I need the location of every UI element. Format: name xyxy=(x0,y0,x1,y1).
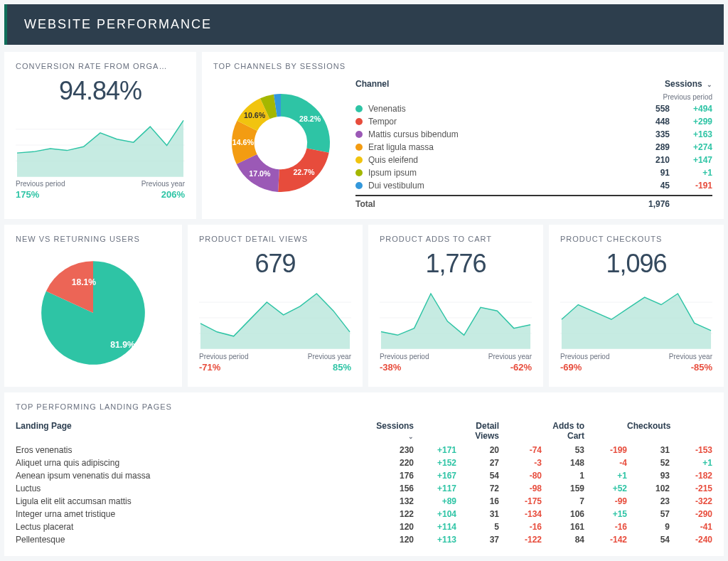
landing-page-row[interactable]: Eros venenatis230+17120-7453-19931-153 xyxy=(16,444,712,456)
previous-year-value: -62% xyxy=(488,362,532,373)
metric-value: 1,096 xyxy=(560,249,712,279)
col-sessions-sort[interactable]: Sessions ⌄ xyxy=(665,79,712,89)
channel-row[interactable]: Mattis cursus bibendum335+163 xyxy=(355,128,712,141)
channel-sessions: 335 xyxy=(627,129,670,139)
channel-name: Erat ligula massa xyxy=(368,142,627,152)
channel-delta: +274 xyxy=(670,142,712,152)
previous-period-value: -71% xyxy=(199,362,248,373)
landing-page-row[interactable]: Aenean ipsum venenatis dui massa176+1675… xyxy=(16,469,712,482)
chevron-down-icon: ⌄ xyxy=(408,433,414,440)
landing-page-row[interactable]: Luctus156+11772-98159+52102-215 xyxy=(16,482,712,495)
adds-value: 53 xyxy=(542,445,584,455)
total-label: Total xyxy=(355,199,627,209)
channel-row[interactable]: Tempor448+299 xyxy=(355,115,712,128)
landing-page-row[interactable]: Lectus placerat120+1145-16161-169-41 xyxy=(16,520,712,533)
channel-name: Quis eleifend xyxy=(368,155,627,165)
col-landing-page[interactable]: Landing Page xyxy=(16,421,371,441)
channels-donut-chart: 28.2%22.7%17.0%14.6%10.6% xyxy=(213,76,348,209)
views-value: 72 xyxy=(456,483,499,493)
previous-year-block: Previous year 206% xyxy=(141,180,185,200)
views-value: 5 xyxy=(456,522,499,532)
landing-page-name: Luctus xyxy=(16,483,371,493)
conversion-value: 94.84% xyxy=(16,76,185,106)
views-delta: -175 xyxy=(499,496,542,506)
metric-sparkline xyxy=(560,286,712,350)
checkouts-value: 52 xyxy=(627,458,670,468)
checkouts-value: 102 xyxy=(627,483,670,493)
legend-dot xyxy=(355,169,363,176)
card-title: PRODUCT ADDS TO CART xyxy=(380,235,532,243)
card-top-channels: TOP CHANNELS BY SESSIONS 28.2%22.7%17.0%… xyxy=(202,52,724,219)
sessions-value: 132 xyxy=(371,496,414,506)
channel-row[interactable]: Dui vestibulum45-191 xyxy=(355,179,712,192)
channel-sessions: 91 xyxy=(627,168,670,178)
card-new-vs-returning: NEW VS RETURNING USERS 18.1%81.9% xyxy=(4,225,182,387)
checkouts-value: 9 xyxy=(627,522,670,532)
adds-delta: +15 xyxy=(584,509,627,519)
landing-page-name: Aliquet urna quis adipiscing xyxy=(16,458,371,468)
col-adds-to-cart[interactable]: Adds to Cart xyxy=(542,421,584,441)
views-delta: -134 xyxy=(499,509,542,519)
channel-delta: +494 xyxy=(670,104,712,114)
previous-period-block: Previous period-69% xyxy=(560,353,609,373)
col-sessions-label: Sessions xyxy=(665,79,702,89)
adds-delta: -99 xyxy=(584,496,627,506)
svg-text:18.1%: 18.1% xyxy=(72,277,97,287)
channels-table: Channel Sessions ⌄ Previous period Venen… xyxy=(355,76,712,209)
col-sessions-sort[interactable]: Sessions⌄ xyxy=(371,421,414,441)
checkouts-value: 31 xyxy=(627,445,670,455)
col-checkouts[interactable]: Checkouts xyxy=(627,421,670,441)
channel-sessions: 45 xyxy=(627,181,670,191)
checkouts-delta: -322 xyxy=(670,496,712,506)
card-conversion-rate: CONVERSION RATE FROM ORGA… 94.84% Previo… xyxy=(4,52,196,219)
channel-row[interactable]: Ipsum ipsum91+1 xyxy=(355,166,712,179)
views-delta: -16 xyxy=(499,522,542,532)
channel-delta: +147 xyxy=(670,155,712,165)
channel-row[interactable]: Erat ligula massa289+274 xyxy=(355,141,712,154)
previous-period-block: Previous period 175% xyxy=(16,180,65,200)
svg-text:28.2%: 28.2% xyxy=(299,114,321,122)
views-value: 27 xyxy=(456,458,499,468)
legend-dot xyxy=(355,118,363,125)
checkouts-value: 23 xyxy=(627,496,670,506)
adds-delta: -199 xyxy=(584,445,627,455)
channel-delta: +1 xyxy=(670,168,712,178)
views-value: 31 xyxy=(456,509,499,519)
checkouts-delta: +1 xyxy=(670,458,712,468)
previous-period-label: Previous period xyxy=(16,180,65,188)
metric-value: 679 xyxy=(199,249,351,279)
landing-page-row[interactable]: Pellentesque120+11337-12284-14254-240 xyxy=(16,533,712,546)
adds-delta: -4 xyxy=(584,458,627,468)
card-title: TOP CHANNELS BY SESSIONS xyxy=(213,62,712,70)
sessions-value: 122 xyxy=(371,509,414,519)
legend-dot xyxy=(355,182,363,189)
svg-text:10.6%: 10.6% xyxy=(244,110,266,119)
col-detail-views[interactable]: Detail Views xyxy=(456,421,499,441)
col-sessions-label: Sessions xyxy=(376,421,414,431)
svg-text:81.9%: 81.9% xyxy=(110,340,135,350)
legend-dot xyxy=(355,131,363,138)
previous-year-value: 85% xyxy=(308,362,351,373)
checkouts-delta: -240 xyxy=(670,535,712,545)
sessions-value: 230 xyxy=(371,445,414,455)
landing-page-row[interactable]: Aliquet urna quis adipiscing220+15227-31… xyxy=(16,456,712,469)
col-channel[interactable]: Channel xyxy=(355,79,389,89)
landing-page-row[interactable]: Integer urna amet tristique122+10431-134… xyxy=(16,508,712,520)
landing-page-name: Lectus placerat xyxy=(16,522,371,532)
channel-name: Mattis cursus bibendum xyxy=(368,129,627,139)
channel-sessions: 289 xyxy=(627,142,670,152)
legend-dot xyxy=(355,144,363,151)
sessions-delta: +114 xyxy=(414,522,456,532)
landing-page-row[interactable]: Ligula elit elit accumsan mattis132+8916… xyxy=(16,495,712,508)
adds-value: 84 xyxy=(542,535,584,545)
sessions-delta: +104 xyxy=(414,509,456,519)
channel-row[interactable]: Quis eleifend210+147 xyxy=(355,154,712,166)
views-delta: -74 xyxy=(499,445,542,455)
views-delta: -3 xyxy=(499,458,542,468)
channel-name: Tempor xyxy=(368,117,627,127)
channel-row[interactable]: Venenatis558+494 xyxy=(355,102,712,115)
checkouts-delta: -41 xyxy=(670,522,712,532)
previous-year-block: Previous year85% xyxy=(308,353,351,373)
svg-text:22.7%: 22.7% xyxy=(293,168,315,176)
checkouts-value: 57 xyxy=(627,509,670,519)
